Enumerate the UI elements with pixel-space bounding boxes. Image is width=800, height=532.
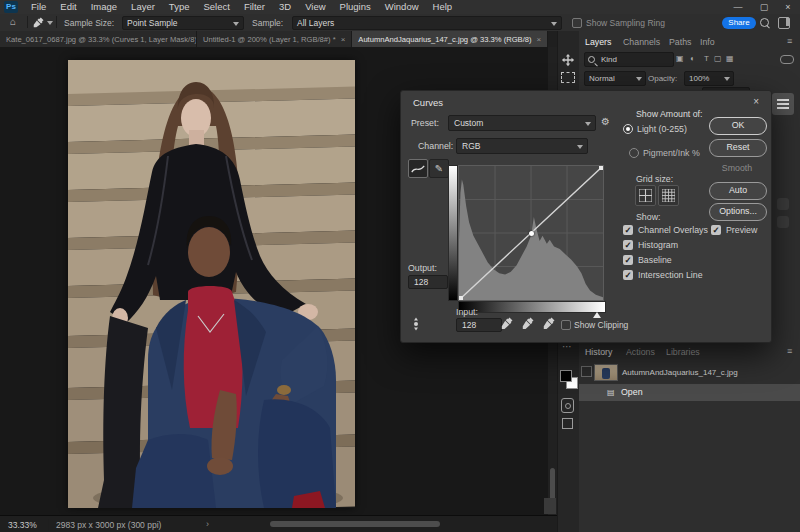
share-button[interactable]: Share — [722, 17, 756, 29]
document-tab[interactable]: Untitled-1 @ 200% (Layer 1, RGB/8#) * × — [197, 31, 352, 47]
menu-view[interactable]: View — [298, 0, 332, 14]
pencil-tool-button[interactable]: ✎ — [429, 159, 449, 178]
filter-toggle[interactable] — [780, 55, 794, 64]
eyedropper-tool-icon[interactable] — [33, 17, 44, 28]
input-value-field[interactable]: 128 — [456, 318, 502, 332]
output-label: Output: — [408, 263, 437, 273]
menu-edit[interactable]: Edit — [53, 0, 83, 14]
grid-size-quarter-button[interactable] — [635, 185, 656, 206]
tab-libraries[interactable]: Libraries — [666, 347, 700, 357]
grid-size-tenth-button[interactable] — [658, 185, 679, 206]
curve-endpoint-shadow[interactable] — [459, 296, 463, 300]
tab-layers[interactable]: Layers — [585, 37, 611, 47]
targeted-adjustment-tool[interactable] — [409, 317, 423, 335]
close-button[interactable]: × — [778, 0, 798, 14]
white-point-eyedropper[interactable] — [543, 317, 555, 330]
dialog-title[interactable]: Curves — [413, 97, 443, 108]
curve-point-tool-button[interactable] — [408, 159, 428, 178]
screen-mode-button[interactable] — [562, 418, 573, 429]
filter-image-icon[interactable]: ▣ — [676, 54, 684, 63]
pencil-icon: ✎ — [435, 163, 443, 174]
menu-layer[interactable]: Layer — [124, 0, 162, 14]
output-gradient-bar — [448, 165, 458, 301]
filter-adjustment-icon[interactable]: ◐ — [690, 54, 695, 63]
baseline-checkbox[interactable]: ✓ — [623, 255, 633, 265]
curve-endpoint-highlight[interactable] — [599, 166, 603, 170]
history-brush-source-box[interactable] — [581, 366, 592, 377]
menu-filter[interactable]: Filter — [237, 0, 272, 14]
histogram-checkbox[interactable]: ✓ — [623, 240, 633, 250]
options-button[interactable]: Options... — [709, 203, 767, 221]
menu-3d[interactable]: 3D — [272, 0, 298, 14]
baseline-label: Baseline — [638, 255, 672, 265]
sample-size-dropdown[interactable]: Point Sample — [122, 16, 244, 30]
show-sampling-ring-checkbox[interactable] — [572, 18, 582, 28]
zoom-level-field[interactable]: 33.33% — [8, 520, 37, 530]
tab-info[interactable]: Info — [700, 37, 715, 47]
menu-plugins[interactable]: Plugins — [333, 0, 378, 14]
minimize-button[interactable]: — — [728, 0, 748, 14]
panel-dock-icon[interactable] — [777, 216, 789, 228]
menu-select[interactable]: Select — [196, 0, 236, 14]
close-tab-icon[interactable]: × — [341, 35, 346, 44]
close-tab-icon[interactable]: × — [537, 35, 542, 44]
history-state-row-selected[interactable]: ▤ Open — [579, 384, 800, 401]
menu-window[interactable]: Window — [378, 0, 426, 14]
white-point-slider[interactable] — [593, 312, 601, 318]
preset-dropdown[interactable]: Custom — [448, 115, 596, 131]
panel-menu-icon[interactable]: ≡ — [787, 36, 792, 46]
tab-paths[interactable]: Paths — [669, 37, 692, 47]
workspace-switcher-icon[interactable] — [778, 17, 790, 29]
blend-mode-dropdown[interactable]: Normal — [584, 71, 646, 86]
layer-filter-search[interactable]: Kind — [584, 52, 674, 67]
panel-dock-icon-active[interactable] — [772, 93, 794, 115]
document-tab-active[interactable]: AutumnAndJaquarius_147_c.jpg @ 33.3% (RG… — [352, 31, 548, 47]
show-clipping-checkbox[interactable] — [561, 320, 571, 330]
ok-button[interactable]: OK — [709, 117, 767, 135]
document-tab[interactable]: Kate_0617_0687.jpg @ 33.3% (Curves 1, La… — [0, 31, 197, 47]
move-tool[interactable] — [559, 52, 576, 67]
maximize-button[interactable]: ▢ — [754, 0, 774, 14]
menu-image[interactable]: Image — [84, 0, 124, 14]
menu-type[interactable]: Type — [162, 0, 197, 14]
horizontal-scrollbar-thumb[interactable] — [270, 521, 440, 527]
marquee-tool[interactable] — [559, 70, 576, 85]
chevron-down-icon[interactable] — [47, 21, 53, 25]
foreground-color-swatch[interactable] — [560, 370, 572, 382]
gray-point-eyedropper[interactable] — [522, 317, 534, 330]
auto-button[interactable]: Auto — [709, 182, 767, 200]
channel-overlays-checkbox[interactable]: ✓ — [623, 225, 633, 235]
quick-mask-button[interactable] — [561, 398, 574, 413]
filter-type-icon[interactable]: T — [704, 54, 709, 63]
menu-file[interactable]: File — [24, 0, 53, 14]
light-radio[interactable] — [623, 124, 633, 134]
curve-control-point[interactable] — [529, 231, 534, 236]
black-point-eyedropper[interactable] — [501, 317, 513, 330]
menu-help[interactable]: Help — [426, 0, 460, 14]
panel-menu-icon[interactable]: ≡ — [787, 346, 792, 356]
panel-dock-icon[interactable] — [777, 198, 789, 210]
dialog-close-icon[interactable]: × — [753, 96, 759, 107]
channel-dropdown[interactable]: RGB — [456, 138, 588, 154]
history-snapshot-name[interactable]: AutumnAndJaquarius_147_c.jpg — [622, 368, 738, 377]
curve-grid[interactable] — [458, 165, 604, 301]
photo-document[interactable] — [68, 60, 355, 508]
sample-dropdown[interactable]: All Layers — [292, 16, 562, 30]
home-icon[interactable]: ⌂ — [10, 16, 16, 27]
output-value-field[interactable]: 128 — [408, 275, 448, 289]
tab-history[interactable]: History — [585, 347, 612, 357]
opacity-label: Opacity: — [648, 74, 677, 83]
status-expand-icon[interactable]: › — [206, 519, 209, 529]
filter-shape-icon[interactable]: ▢ — [714, 54, 722, 63]
tab-actions[interactable]: Actions — [626, 347, 655, 357]
search-icon[interactable] — [760, 18, 769, 27]
tab-channels[interactable]: Channels — [623, 37, 660, 47]
preset-options-gear-icon[interactable]: ⚙ — [601, 116, 610, 127]
opacity-dropdown[interactable]: 100% — [684, 71, 734, 86]
reset-button[interactable]: Reset — [709, 139, 767, 157]
pigment-radio[interactable] — [629, 148, 639, 158]
intersection-line-checkbox[interactable]: ✓ — [623, 270, 633, 280]
filter-smartobject-icon[interactable]: ▦ — [726, 54, 734, 63]
history-snapshot-thumbnail[interactable] — [594, 364, 618, 381]
preview-checkbox[interactable]: ✓ — [711, 225, 721, 235]
